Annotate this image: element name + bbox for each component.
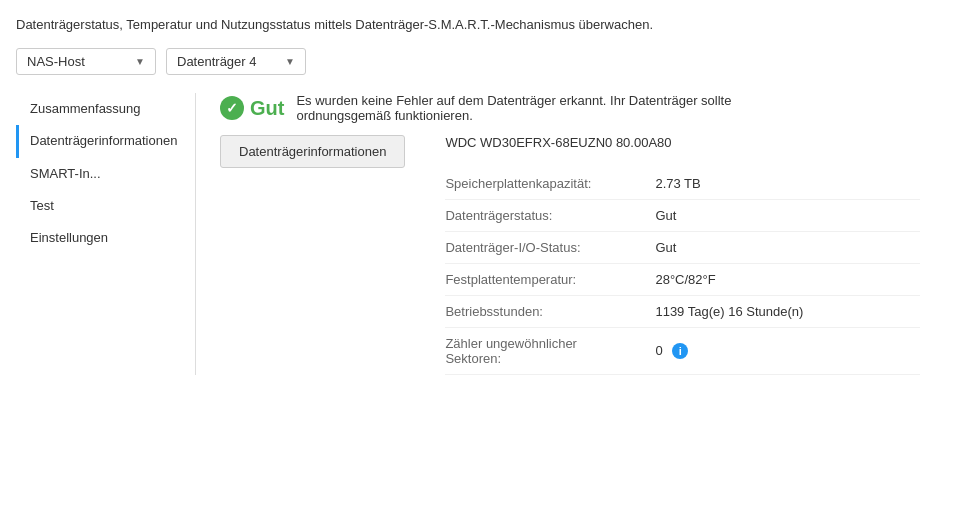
info-label-status: Datenträgerstatus: — [445, 208, 655, 223]
info-row-status: Datenträgerstatus: Gut — [445, 200, 920, 232]
info-row-temperatur: Festplattentemperatur: 28°C/82°F — [445, 264, 920, 296]
info-value-io-status: Gut — [655, 240, 676, 255]
action-area: Datenträgerinformationen — [220, 135, 405, 375]
info-label-zaehler: Zähler ungewöhnlicher Sektoren: — [445, 336, 655, 366]
sidebar-item-test[interactable]: Test — [16, 190, 195, 222]
info-label-io-status: Datenträger-I/O-Status: — [445, 240, 655, 255]
info-row-io-status: Datenträger-I/O-Status: Gut — [445, 232, 920, 264]
info-value-betriebsstunden: 1139 Tag(e) 16 Stunde(n) — [655, 304, 803, 319]
datentraeger-arrow-icon: ▼ — [285, 56, 295, 67]
datentraeger-dropdown[interactable]: Datenträger 4 ▼ — [166, 48, 306, 75]
info-label-betriebsstunden: Betriebsstunden: — [445, 304, 655, 319]
sidebar: Zusammenfassung Datenträgerinformationen… — [16, 93, 196, 375]
page-description: Datenträgerstatus, Temperatur und Nutzun… — [16, 16, 944, 34]
info-layout: Datenträgerinformationen WDC WD30EFRX-68… — [220, 135, 920, 375]
info-label-temperatur: Festplattentemperatur: — [445, 272, 655, 287]
info-value-temperatur: 28°C/82°F — [655, 272, 715, 287]
main-layout: Zusammenfassung Datenträgerinformationen… — [16, 93, 944, 375]
info-value-zaehler: 0 i — [655, 343, 688, 360]
status-label: Gut — [250, 97, 284, 120]
info-value-kapazitaet: 2.73 TB — [655, 176, 700, 191]
info-tooltip-icon[interactable]: i — [672, 343, 688, 359]
content-area: ✓ Gut Es wurden keine Fehler auf dem Dat… — [196, 93, 944, 375]
device-model: WDC WD30EFRX-68EUZN0 80.00A80 — [445, 135, 920, 150]
status-desc-line1: Es wurden keine Fehler auf dem Datenträg… — [296, 93, 731, 108]
datentraegerinformationen-button[interactable]: Datenträgerinformationen — [220, 135, 405, 168]
check-icon: ✓ — [220, 96, 244, 120]
info-right: WDC WD30EFRX-68EUZN0 80.00A80 Speicherpl… — [445, 135, 920, 375]
nas-host-arrow-icon: ▼ — [135, 56, 145, 67]
nas-host-dropdown[interactable]: NAS-Host ▼ — [16, 48, 156, 75]
info-value-status: Gut — [655, 208, 676, 223]
sidebar-item-datentraegerinformationen[interactable]: Datenträgerinformationen — [16, 125, 195, 157]
info-label-kapazitaet: Speicherplattenkapazität: — [445, 176, 655, 191]
sidebar-item-einstellungen[interactable]: Einstellungen — [16, 222, 195, 254]
info-row-zaehler: Zähler ungewöhnlicher Sektoren: 0 i — [445, 328, 920, 375]
status-row: ✓ Gut Es wurden keine Fehler auf dem Dat… — [220, 93, 920, 123]
sidebar-item-smart-info[interactable]: SMART-In... — [16, 158, 195, 190]
status-description: Es wurden keine Fehler auf dem Datenträg… — [296, 93, 731, 123]
status-good: ✓ Gut — [220, 96, 284, 120]
nas-host-label: NAS-Host — [27, 54, 85, 69]
status-desc-line2: ordnungsgemäß funktionieren. — [296, 108, 731, 123]
info-row-betriebsstunden: Betriebsstunden: 1139 Tag(e) 16 Stunde(n… — [445, 296, 920, 328]
info-table: Speicherplattenkapazität: 2.73 TB Datent… — [445, 168, 920, 375]
info-row-kapazitaet: Speicherplattenkapazität: 2.73 TB — [445, 168, 920, 200]
sidebar-item-zusammenfassung[interactable]: Zusammenfassung — [16, 93, 195, 125]
datentraeger-label: Datenträger 4 — [177, 54, 257, 69]
controls-row: NAS-Host ▼ Datenträger 4 ▼ — [16, 48, 944, 75]
